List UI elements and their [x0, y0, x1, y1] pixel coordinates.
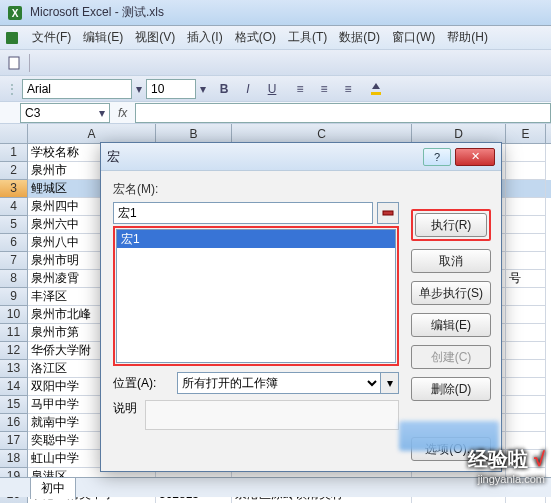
font-size-input[interactable]: [146, 79, 196, 99]
align-center-button[interactable]: ≡: [314, 79, 334, 99]
row-header[interactable]: 15: [0, 396, 28, 414]
svg-rect-2: [6, 32, 18, 44]
sheet-tab-active[interactable]: 初中: [30, 477, 76, 499]
watermark: 经验啦 √ jingyanla.com: [468, 446, 545, 485]
cell[interactable]: [506, 378, 546, 396]
menu-insert[interactable]: 插入(I): [181, 26, 228, 49]
checkmark-icon: √: [534, 448, 545, 470]
formula-input[interactable]: [135, 103, 551, 123]
dialog-button-column: 执行(R) 取消 单步执行(S) 编辑(E) 创建(C) 删除(D): [411, 209, 491, 401]
cell[interactable]: [506, 324, 546, 342]
row-header[interactable]: 6: [0, 234, 28, 252]
dialog-help-button[interactable]: ?: [423, 148, 451, 166]
select-all-corner[interactable]: [0, 124, 28, 143]
align-left-button[interactable]: ≡: [290, 79, 310, 99]
cell[interactable]: [506, 414, 546, 432]
window-title: Microsoft Excel - 测试.xls: [30, 4, 164, 21]
fill-color-button[interactable]: [366, 79, 386, 99]
row-header[interactable]: 16: [0, 414, 28, 432]
toolbar-separator: [29, 54, 30, 72]
macro-list[interactable]: 宏1: [116, 229, 396, 363]
new-icon[interactable]: [6, 55, 22, 71]
cell[interactable]: [506, 342, 546, 360]
menu-view[interactable]: 视图(V): [129, 26, 181, 49]
menu-bar: 文件(F) 编辑(E) 视图(V) 插入(I) 格式(O) 工具(T) 数据(D…: [0, 26, 551, 50]
cell[interactable]: [506, 180, 546, 198]
name-box-value: C3: [25, 106, 40, 120]
cell[interactable]: [506, 252, 546, 270]
align-right-button[interactable]: ≡: [338, 79, 358, 99]
edit-button[interactable]: 编辑(E): [411, 313, 491, 337]
col-header-d[interactable]: D: [412, 124, 506, 143]
italic-button[interactable]: I: [238, 79, 258, 99]
step-into-button[interactable]: 单步执行(S): [411, 281, 491, 305]
cell[interactable]: [506, 162, 546, 180]
underline-button[interactable]: U: [262, 79, 282, 99]
menu-format[interactable]: 格式(O): [229, 26, 282, 49]
row-header[interactable]: 10: [0, 306, 28, 324]
app-menu-icon[interactable]: [4, 30, 20, 46]
cancel-button[interactable]: 取消: [411, 249, 491, 273]
row-header[interactable]: 11: [0, 324, 28, 342]
col-header-a[interactable]: A: [28, 124, 156, 143]
row-header[interactable]: 5: [0, 216, 28, 234]
row-header[interactable]: 1: [0, 144, 28, 162]
col-header-c[interactable]: C: [232, 124, 412, 143]
cell[interactable]: [506, 396, 546, 414]
col-header-b[interactable]: B: [156, 124, 232, 143]
col-header-e[interactable]: E: [506, 124, 546, 143]
delete-button[interactable]: 删除(D): [411, 377, 491, 401]
cell[interactable]: [506, 234, 546, 252]
cell[interactable]: [506, 144, 546, 162]
location-label: 位置(A):: [113, 375, 169, 392]
cell[interactable]: [506, 360, 546, 378]
dropdown-icon[interactable]: ▾: [200, 82, 206, 96]
cell[interactable]: 号: [506, 270, 546, 288]
standard-toolbar: [0, 50, 551, 76]
svg-rect-3: [9, 57, 19, 69]
run-button[interactable]: 执行(R): [415, 213, 487, 237]
menu-tools[interactable]: 工具(T): [282, 26, 333, 49]
watermark-url: jingyanla.com: [468, 473, 545, 485]
name-box[interactable]: C3▾: [20, 103, 110, 123]
svg-rect-4: [371, 92, 381, 95]
column-headers: A B C D E: [0, 124, 551, 144]
svg-rect-5: [383, 211, 393, 215]
cell[interactable]: [506, 306, 546, 324]
description-label: 说明: [113, 400, 137, 430]
dialog-title: 宏: [107, 148, 419, 166]
macro-list-item[interactable]: 宏1: [117, 230, 395, 248]
row-header[interactable]: 13: [0, 360, 28, 378]
dropdown-icon[interactable]: ▾: [136, 82, 142, 96]
menu-help[interactable]: 帮助(H): [441, 26, 494, 49]
row-header[interactable]: 9: [0, 288, 28, 306]
row-header[interactable]: 4: [0, 198, 28, 216]
row-header[interactable]: 18: [0, 450, 28, 468]
row-header[interactable]: 12: [0, 342, 28, 360]
row-header[interactable]: 14: [0, 378, 28, 396]
macro-list-highlight: 宏1: [113, 226, 399, 366]
font-name-input[interactable]: [22, 79, 132, 99]
row-header[interactable]: 17: [0, 432, 28, 450]
menu-edit[interactable]: 编辑(E): [77, 26, 129, 49]
reference-collapse-button[interactable]: [377, 202, 399, 224]
cell[interactable]: [506, 216, 546, 234]
cell[interactable]: [506, 288, 546, 306]
row-header[interactable]: 7: [0, 252, 28, 270]
row-header[interactable]: 8: [0, 270, 28, 288]
run-button-highlight: 执行(R): [411, 209, 491, 241]
fx-icon[interactable]: fx: [118, 106, 127, 120]
row-header[interactable]: 2: [0, 162, 28, 180]
row-header[interactable]: 3: [0, 180, 28, 198]
cell[interactable]: [506, 198, 546, 216]
macro-name-input[interactable]: [113, 202, 373, 224]
dialog-close-button[interactable]: ✕: [455, 148, 495, 166]
menu-data[interactable]: 数据(D): [333, 26, 386, 49]
dialog-titlebar[interactable]: 宏 ? ✕: [101, 143, 501, 171]
location-select[interactable]: 所有打开的工作簿: [177, 372, 381, 394]
menu-window[interactable]: 窗口(W): [386, 26, 441, 49]
menu-file[interactable]: 文件(F): [26, 26, 77, 49]
dropdown-icon[interactable]: ▾: [381, 372, 399, 394]
bold-button[interactable]: B: [214, 79, 234, 99]
dropdown-icon[interactable]: ▾: [99, 106, 105, 120]
